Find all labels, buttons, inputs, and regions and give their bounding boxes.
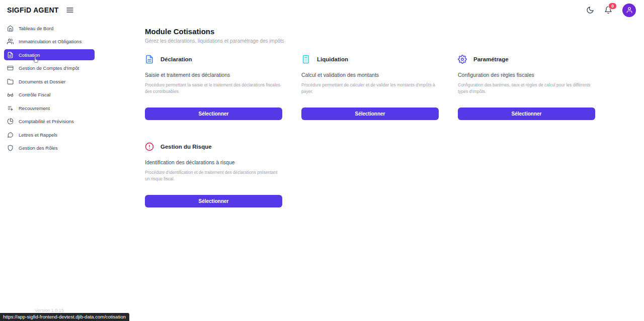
page-subtitle: Gérez les déclarations, liquidations et … bbox=[145, 38, 644, 44]
card-description: Procédure d'identification et de traitem… bbox=[145, 169, 282, 182]
users-icon bbox=[7, 38, 14, 45]
sidebar-item-cotisation[interactable]: Cotisation bbox=[4, 49, 95, 60]
shield-icon bbox=[7, 145, 14, 151]
card-title: Paramétrage bbox=[473, 56, 509, 62]
message-icon bbox=[7, 132, 14, 138]
sidebar-item-label: Gestion de Comptes d'Impôt bbox=[19, 65, 79, 71]
user-avatar[interactable] bbox=[622, 4, 636, 17]
folder-icon bbox=[7, 78, 14, 85]
sidebar-item-label: Lettres et Rappels bbox=[19, 132, 57, 138]
alert-circle-icon bbox=[145, 142, 154, 151]
pie-chart-icon bbox=[7, 118, 14, 125]
select-gestion-risque-button[interactable]: Sélectionner bbox=[145, 195, 282, 207]
sidebar-item-label: Tableau de Bord bbox=[19, 26, 53, 31]
card-title: Gestion du Risque bbox=[160, 144, 212, 150]
home-icon bbox=[7, 25, 14, 32]
module-cards: Déclaration Saisie et traitement des déc… bbox=[145, 55, 644, 207]
sidebar-item-label: Contrôle Fiscal bbox=[19, 92, 50, 97]
card-subtitle: Calcul et validation des montants bbox=[301, 72, 439, 78]
sidebar-item-label: Gestion des Rôles bbox=[19, 145, 58, 151]
calculator-icon bbox=[301, 55, 310, 64]
sidebar-item-tableau-de-bord[interactable]: Tableau de Bord bbox=[4, 23, 95, 34]
top-bar: SIGFiD AGENT 0 bbox=[0, 0, 644, 20]
sidebar-item-label: Immatriculation et Obligations bbox=[19, 39, 82, 44]
main-content: Module Cotisations Gérez les déclaration… bbox=[145, 20, 644, 207]
card-liquidation: Liquidation Calcul et validation des mon… bbox=[301, 55, 439, 120]
sidebar-item-comptabilite-previsions[interactable]: Comptabilité et Prévisions bbox=[4, 116, 95, 127]
card-subtitle: Identification des déclarations à risque bbox=[145, 159, 282, 165]
page-title: Module Cotisations bbox=[145, 27, 644, 36]
sidebar: Tableau de Bord Immatriculation et Oblig… bbox=[0, 20, 99, 321]
card-description: Configuration des barèmes, taux et règle… bbox=[458, 82, 595, 95]
credit-card-icon bbox=[7, 65, 14, 71]
card-gestion-du-risque: Gestion du Risque Identification des déc… bbox=[145, 142, 282, 207]
sidebar-item-gestion-comptes-impot[interactable]: Gestion de Comptes d'Impôt bbox=[4, 63, 95, 74]
sidebar-item-recouvrement[interactable]: Recouvrement bbox=[4, 102, 95, 114]
select-liquidation-button[interactable]: Sélectionner bbox=[301, 108, 439, 120]
select-declaration-button[interactable]: Sélectionner bbox=[145, 108, 282, 120]
sidebar-item-lettres-rappels[interactable]: Lettres et Rappels bbox=[4, 129, 95, 140]
sidebar-item-documents-dossier[interactable]: Documents et Dossier bbox=[4, 76, 95, 87]
card-subtitle: Configuration des règles fiscales bbox=[458, 72, 595, 78]
sidebar-item-gestion-roles[interactable]: Gestion des Rôles bbox=[4, 143, 95, 154]
card-title: Liquidation bbox=[317, 56, 348, 62]
file-text-icon bbox=[7, 52, 14, 58]
card-description: Procédure permettant la saisie et le tra… bbox=[145, 82, 282, 95]
card-declaration: Déclaration Saisie et traitement des déc… bbox=[145, 55, 282, 120]
card-subtitle: Saisie et traitement des déclarations bbox=[145, 72, 282, 78]
hamburger-menu-icon[interactable] bbox=[66, 6, 74, 14]
sidebar-item-controle-fiscal[interactable]: Contrôle Fiscal bbox=[4, 89, 95, 100]
sidebar-item-label: Documents et Dossier bbox=[19, 79, 65, 84]
select-parametrage-button[interactable]: Sélectionner bbox=[458, 108, 595, 120]
list-icon bbox=[7, 105, 14, 112]
file-text-icon bbox=[145, 55, 154, 64]
sidebar-item-immatriculation[interactable]: Immatriculation et Obligations bbox=[4, 36, 95, 47]
gear-icon bbox=[458, 55, 467, 64]
sidebar-item-label: Cotisation bbox=[19, 52, 40, 58]
card-description: Procédure permettant de calculer et de v… bbox=[301, 82, 439, 95]
browser-status-url: https://app-sigfid-frontend-devtest.djib… bbox=[0, 313, 129, 321]
sidebar-item-label: Recouvrement bbox=[19, 105, 50, 111]
glasses-icon bbox=[7, 91, 14, 98]
app-logo: SIGFiD AGENT bbox=[7, 6, 59, 14]
notification-badge: 0 bbox=[608, 3, 617, 10]
card-title: Déclaration bbox=[160, 56, 192, 62]
sidebar-item-label: Comptabilité et Prévisions bbox=[19, 119, 74, 124]
card-parametrage: Paramétrage Configuration des règles fis… bbox=[458, 55, 595, 120]
app-version: Version 1.0.15 bbox=[0, 308, 99, 313]
moon-icon[interactable] bbox=[586, 6, 594, 14]
